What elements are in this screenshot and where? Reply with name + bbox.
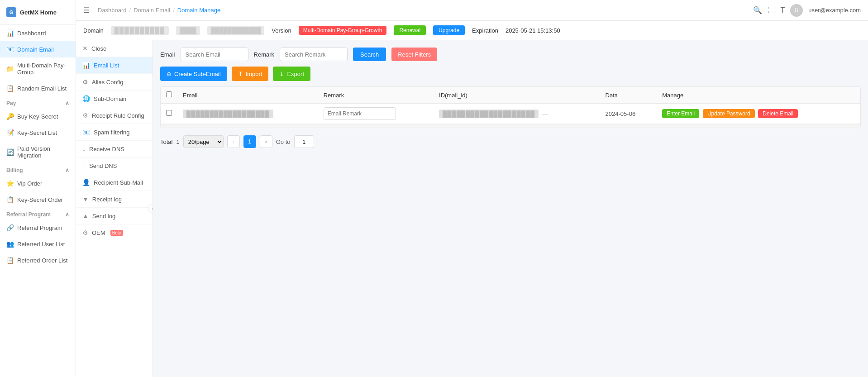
expiration-value: 2025-05-21 15:13:50 (506, 27, 560, 34)
goto-input[interactable] (294, 135, 314, 148)
upgrade-button[interactable]: Upgrade (433, 25, 465, 35)
chevron-down-icon: ∧ (65, 100, 69, 106)
main-area: ☰ Dashboard / Domain Email / Domain Mana… (76, 0, 868, 377)
left-panel-item-label: Receipt Rule Config (92, 112, 144, 119)
goto-label: Go to (276, 138, 291, 145)
import-icon: ⤒ (238, 71, 243, 77)
vip-icon: ⭐ (6, 180, 14, 187)
sidebar-item-label: Key-Secret List (17, 129, 57, 136)
reset-filters-button[interactable]: Reset Filters (391, 48, 437, 61)
oem-icon: ⚙ (82, 229, 88, 236)
sidebar-item-dashboard[interactable]: 📊 Dashboard (0, 25, 76, 41)
sidebar-item-label: Referred User List (17, 241, 65, 248)
page-1-button[interactable]: 1 (243, 135, 256, 148)
left-panel-item-label: Email List (94, 62, 119, 69)
left-panel-email-list[interactable]: 📊 Email List (76, 57, 153, 74)
left-panel-sub-domain[interactable]: 🌐 Sub-Domain (76, 91, 153, 107)
manage-column-header: Manage (657, 87, 860, 104)
email-table: Email Remark ID(mail_id) Data Manage (161, 87, 860, 124)
sidebar-item-label: Referred Order List (17, 257, 67, 264)
left-panel: › ✕ Close 📊 Email List ⚙ Alias Config 🌐 … (76, 40, 153, 377)
hamburger-icon[interactable]: ☰ (83, 6, 90, 14)
referral-section-label: Referral Program (6, 211, 51, 218)
left-panel-receipt-log[interactable]: ▼ Receipt log (76, 191, 153, 208)
sidebar-item-referral-program[interactable]: 🔗 Referral Program (0, 220, 76, 236)
pay-section-label: Pay (6, 100, 16, 106)
select-all-header (161, 87, 177, 104)
page-size-select[interactable]: 20/page 10/page 50/page 100/page (183, 135, 224, 148)
content-wrapper: › ✕ Close 📊 Email List ⚙ Alias Config 🌐 … (76, 40, 868, 377)
domain-extra2: ████████████ (207, 26, 265, 35)
left-panel-send-dns[interactable]: ↑ Send DNS (76, 157, 153, 174)
table-scrollbar (161, 124, 860, 128)
sidebar-item-multi-domain[interactable]: 📁 Multi-Domain Pay-Group (0, 57, 76, 80)
table-header-row: Email Remark ID(mail_id) Data Manage (161, 87, 860, 104)
font-icon[interactable]: T (780, 6, 785, 14)
left-panel-recipient-sub-mail[interactable]: 👤 Recipient Sub-Mail (76, 174, 153, 191)
row-id: ████████████████████ — (434, 104, 600, 124)
sidebar-item-key-secret-order[interactable]: 📋 Key-Secret Order (0, 191, 76, 208)
remark-search-input[interactable] (280, 48, 348, 61)
sidebar-item-key-secret-list[interactable]: 📝 Key-Secret List (0, 124, 76, 141)
username: user@example.com (808, 7, 861, 14)
update-password-button[interactable]: Update Password (703, 109, 755, 118)
left-panel-receipt-rule[interactable]: ⚙ Receipt Rule Config (76, 107, 153, 124)
breadcrumb: Dashboard / Domain Email / Domain Manage (98, 7, 220, 14)
sidebar-item-paid-version-migration[interactable]: 🔄 Paid Version Migration (0, 141, 76, 163)
close-icon: ✕ (82, 45, 88, 52)
users-icon: 👥 (6, 240, 14, 248)
sidebar-item-vip-order[interactable]: ⭐ Vip Order (0, 175, 76, 191)
sidebar-item-domain-email[interactable]: 📧 Domain Email (0, 41, 76, 57)
left-panel-item-label: OEM (92, 229, 105, 236)
row-email: ██████████████████ (177, 104, 318, 124)
sidebar-section-referral: Referral Program ∧ (0, 208, 76, 220)
search-icon[interactable]: 🔍 (753, 6, 762, 14)
table-row: ██████████████████ ████████████████████ … (161, 104, 860, 124)
left-panel-alias-config[interactable]: ⚙ Alias Config (76, 74, 153, 91)
row-checkbox[interactable] (166, 110, 172, 116)
sidebar-item-label: Domain Email (17, 46, 54, 53)
remark-input[interactable] (324, 107, 396, 120)
sub-domain-icon: 🌐 (82, 95, 90, 102)
sidebar-item-label: Multi-Domain Pay-Group (17, 62, 69, 76)
email-search-input[interactable] (181, 48, 248, 61)
sidebar-item-buy-key-secret[interactable]: 🔑 Buy Key-Secret (0, 108, 76, 124)
breadcrumb-domain-email[interactable]: Domain Email (134, 7, 170, 14)
order-icon: 📋 (6, 196, 14, 203)
left-panel-send-log[interactable]: ▲ Send log (76, 208, 153, 224)
chevron-icon: ∧ (65, 167, 69, 173)
email-table-wrapper: Email Remark ID(mail_id) Data Manage (160, 86, 861, 128)
renewal-button[interactable]: Renewal (394, 25, 426, 35)
create-sub-email-button[interactable]: ⊕ Create Sub-Email (160, 67, 227, 81)
breadcrumb-sep1: / (129, 7, 131, 14)
receipt-log-icon: ▼ (82, 196, 89, 203)
export-button[interactable]: ⤓ Export (273, 67, 310, 81)
left-panel-close[interactable]: ✕ Close (76, 40, 153, 57)
select-all-checkbox[interactable] (166, 91, 172, 97)
sidebar-logo[interactable]: G GetMX Home (0, 0, 76, 25)
left-panel-receive-dns[interactable]: ↓ Receive DNS (76, 141, 153, 157)
left-panel-oem[interactable]: ⚙ OEM Beta (76, 224, 153, 241)
fullscreen-icon[interactable]: ⛶ (768, 6, 775, 14)
left-panel-item-label: Send DNS (89, 162, 117, 169)
sidebar-item-referred-order-list[interactable]: 📋 Referred Order List (0, 252, 76, 268)
key-icon: 🔑 (6, 113, 14, 120)
enter-email-button[interactable]: Enter Email (662, 109, 699, 118)
sidebar-item-random-email[interactable]: 📋 Random Email List (0, 80, 76, 96)
version-badge: Multi-Domain Pay-Group-Growth (299, 26, 387, 35)
import-button[interactable]: ⤒ Import (232, 67, 269, 81)
next-page-button[interactable]: › (260, 135, 272, 148)
domain-email-icon: 📧 (6, 46, 14, 53)
left-panel-spam-filtering[interactable]: 📧 Spam filtering (76, 124, 153, 141)
header: ☰ Dashboard / Domain Email / Domain Mana… (76, 0, 868, 21)
sidebar-item-referred-user-list[interactable]: 👥 Referred User List (0, 236, 76, 252)
left-panel-item-label: Send log (92, 213, 115, 220)
domain-extra1: ████ (176, 26, 200, 35)
import-label: Import (246, 71, 262, 77)
left-panel-item-label: Recipient Sub-Mail (94, 179, 143, 186)
search-button[interactable]: Search (353, 48, 386, 61)
breadcrumb-dashboard[interactable]: Dashboard (98, 7, 127, 14)
sidebar-item-label: Paid Version Migration (17, 145, 69, 159)
delete-email-button[interactable]: Delete Email (758, 109, 798, 118)
prev-page-button[interactable]: ‹ (227, 135, 240, 148)
